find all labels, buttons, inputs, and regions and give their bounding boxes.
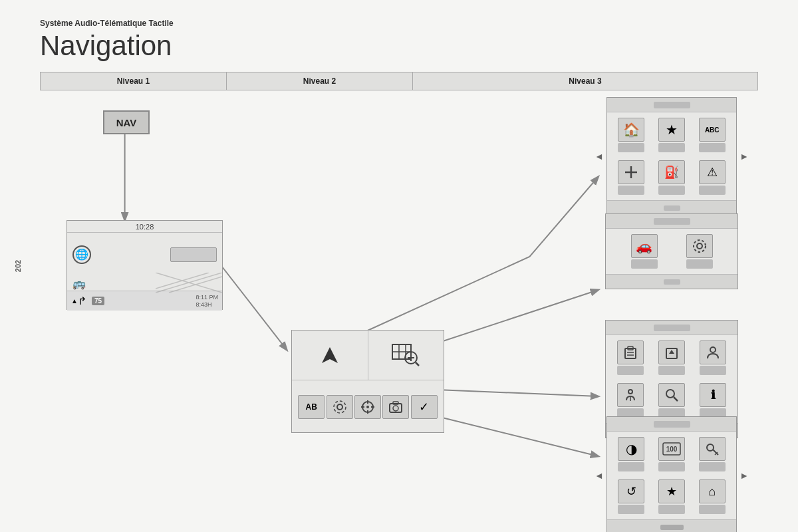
svg-text:100: 100 <box>666 446 678 453</box>
replay-icon-btn[interactable]: ↺ <box>618 479 644 503</box>
speed-display: 75 <box>92 297 104 305</box>
intersection-icon-btn[interactable] <box>618 160 644 184</box>
moon-icon-btn[interactable]: ◑ <box>618 437 644 461</box>
person-icon-btn[interactable] <box>700 340 726 364</box>
diagram: NAV 10:28 🌐 🚌 ▲ ↱ 75 <box>40 90 758 489</box>
page-number: 202 <box>14 260 22 272</box>
levels-header: Niveau 1 Niveau 2 Niveau 3 <box>40 72 758 90</box>
nav-button[interactable]: NAV <box>103 110 150 134</box>
svg-marker-39 <box>669 350 674 354</box>
svg-point-40 <box>710 347 716 352</box>
right-arrow-p1[interactable]: ► <box>737 151 751 162</box>
globe-icon: 🌐 <box>72 245 91 264</box>
screen-level-1: 10:28 🌐 🚌 ▲ ↱ 75 8:11 PM <box>66 220 223 310</box>
navigation-arrow-btn[interactable] <box>292 331 368 380</box>
ab-icon-btn[interactable]: AB <box>298 395 325 419</box>
svg-line-16 <box>416 362 419 366</box>
page-title: Navigation <box>40 32 798 60</box>
right-arrow-p4[interactable]: ► <box>737 470 751 481</box>
svg-line-44 <box>674 397 678 401</box>
left-arrow-p1[interactable]: ◄ <box>592 151 606 162</box>
car-icon-btn[interactable]: 🚗 <box>631 234 658 258</box>
speed-limit-btn[interactable]: 100 <box>658 437 685 461</box>
magnifier-icon-btn[interactable] <box>658 383 685 407</box>
house2-icon-btn[interactable]: ⌂ <box>699 479 726 503</box>
svg-point-41 <box>628 390 632 394</box>
home-icon-btn[interactable]: 🏠 <box>618 118 644 142</box>
svg-point-28 <box>393 406 398 411</box>
upload-icon-btn[interactable] <box>658 340 685 364</box>
svg-line-50 <box>715 454 716 455</box>
svg-point-19 <box>337 404 342 410</box>
check-btn[interactable]: ✓ <box>411 395 438 419</box>
crosshair-btn[interactable] <box>354 395 381 419</box>
time-pm: 8:11 PM 8:43H <box>196 294 218 309</box>
star2-icon-btn[interactable]: ★ <box>658 479 685 503</box>
gear-icon-btn[interactable] <box>686 234 713 258</box>
clipboard-icon-btn[interactable] <box>617 340 644 364</box>
system-title: Système Audio-Télématique Tactile <box>40 0 798 32</box>
screen-level-2: AB <box>291 330 444 433</box>
panel-level3-2: 🚗 <box>592 213 751 289</box>
svg-line-5 <box>437 416 598 456</box>
rect-button[interactable] <box>170 247 217 262</box>
panel-level3-4: ◄ ◑ 100 <box>592 416 751 532</box>
svg-line-3 <box>437 290 598 343</box>
svg-line-2 <box>219 263 287 350</box>
info-icon-btn[interactable]: ℹ <box>700 383 726 407</box>
svg-point-20 <box>334 401 346 413</box>
gas-icon-btn[interactable]: ⛽ <box>658 160 685 184</box>
settings-btn[interactable] <box>327 395 353 419</box>
level-1-header: Niveau 1 <box>41 72 227 90</box>
abc-icon-btn[interactable]: ABC <box>699 118 726 142</box>
svg-line-4 <box>437 390 598 396</box>
camera-btn[interactable] <box>382 395 409 419</box>
person-down-icon-btn[interactable] <box>617 383 644 407</box>
level-2-header: Niveau 2 <box>227 72 413 90</box>
svg-point-32 <box>697 243 702 249</box>
key-icon-btn[interactable] <box>699 437 726 461</box>
panel-level3-1: ◄ 🏠 ★ A <box>592 97 751 215</box>
left-arrow-p4[interactable]: ◄ <box>592 470 606 481</box>
svg-marker-10 <box>322 347 338 363</box>
svg-point-33 <box>694 240 706 252</box>
turn-icon: ↱ <box>78 295 86 307</box>
bus-icon: 🚌 <box>72 277 86 290</box>
level-3-header: Niveau 3 <box>413 72 757 90</box>
time-display: 10:28 <box>67 221 222 233</box>
svg-point-22 <box>366 406 369 408</box>
svg-point-43 <box>666 390 674 398</box>
arrow-small-icon: ▲ <box>71 297 78 305</box>
warning-icon-btn[interactable]: ⚠ <box>699 160 726 184</box>
map-zoom-btn[interactable] <box>368 331 444 380</box>
star-icon-btn[interactable]: ★ <box>658 118 685 142</box>
